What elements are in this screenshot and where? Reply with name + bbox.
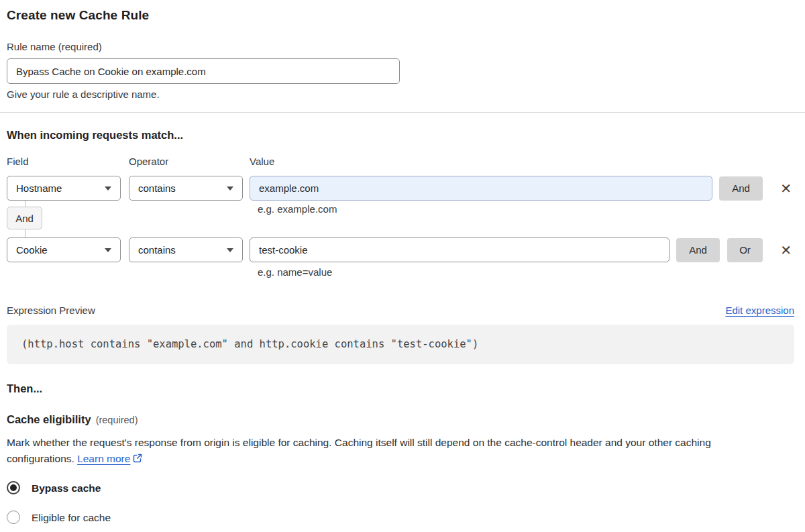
value-column-label: Value — [250, 156, 274, 168]
remove-condition-button[interactable]: ✕ — [780, 244, 792, 257]
page-title: Create new Cache Rule — [7, 8, 794, 23]
value-input[interactable] — [250, 237, 669, 262]
condition-column-labels: Field Operator Value — [7, 156, 794, 168]
value-hint: e.g. example.com — [258, 203, 337, 215]
close-icon: ✕ — [780, 180, 792, 197]
cache-eligibility-description: Mark whether the request's response from… — [7, 435, 780, 468]
rule-name-input[interactable] — [7, 58, 400, 84]
radio-option-bypass-cache[interactable]: Bypass cache — [7, 481, 794, 494]
create-cache-rule-form: Create new Cache Rule Rule name (require… — [0, 0, 805, 532]
radio-selected-icon[interactable] — [7, 481, 20, 494]
operator-select-value: contains — [138, 182, 176, 194]
rule-name-help: Give your rule a descriptive name. — [7, 89, 794, 101]
add-and-condition-button[interactable]: And — [676, 238, 720, 262]
cache-eligibility-heading-row: Cache eligibility (required) — [7, 413, 794, 426]
expression-preview-label: Expression Preview — [7, 304, 95, 317]
remove-condition-button[interactable]: ✕ — [780, 182, 792, 195]
close-icon: ✕ — [780, 242, 792, 258]
section-divider — [0, 112, 805, 113]
radio-label: Eligible for cache — [32, 511, 111, 524]
add-or-condition-button[interactable]: Or — [727, 238, 763, 262]
chevron-down-icon — [227, 248, 233, 252]
radio-unselected-icon[interactable] — [7, 511, 20, 524]
then-heading: Then... — [7, 382, 794, 395]
and-connector-button[interactable]: And — [7, 207, 42, 229]
cache-eligibility-heading: Cache eligibility — [7, 413, 91, 426]
operator-select[interactable]: contains — [129, 176, 243, 201]
expression-preview-header: Expression Preview Edit expression — [7, 304, 794, 317]
add-and-condition-button[interactable]: And — [719, 176, 763, 201]
value-input[interactable] — [250, 176, 712, 201]
field-select[interactable]: Hostname — [7, 176, 121, 201]
match-heading: When incoming requests match... — [7, 128, 794, 142]
condition-row: Hostname contains And ✕ — [7, 176, 794, 201]
field-column-label: Field — [7, 156, 129, 168]
field-select[interactable]: Cookie — [7, 237, 121, 262]
radio-option-eligible-for-cache[interactable]: Eligible for cache — [7, 511, 794, 524]
operator-select[interactable]: contains — [129, 237, 243, 262]
expression-code: (http.host contains "example.com" and ht… — [7, 325, 794, 364]
field-select-value: Hostname — [16, 182, 62, 194]
radio-label: Bypass cache — [32, 482, 101, 494]
required-note: (required) — [96, 415, 138, 425]
chevron-down-icon — [227, 187, 233, 191]
condition-row-gap: And e.g. example.com — [7, 201, 794, 237]
operator-select-value: contains — [138, 244, 176, 256]
learn-more-link[interactable]: Learn more — [77, 453, 130, 464]
edit-expression-link[interactable]: Edit expression — [725, 304, 794, 317]
chevron-down-icon — [105, 187, 111, 191]
value-hint: e.g. name=value — [258, 266, 794, 278]
external-link-icon — [132, 452, 143, 468]
condition-row: Cookie contains And Or ✕ — [7, 237, 794, 262]
rule-name-label: Rule name (required) — [7, 41, 794, 53]
operator-column-label: Operator — [129, 156, 250, 168]
chevron-down-icon — [105, 248, 111, 252]
field-select-value: Cookie — [16, 244, 48, 256]
